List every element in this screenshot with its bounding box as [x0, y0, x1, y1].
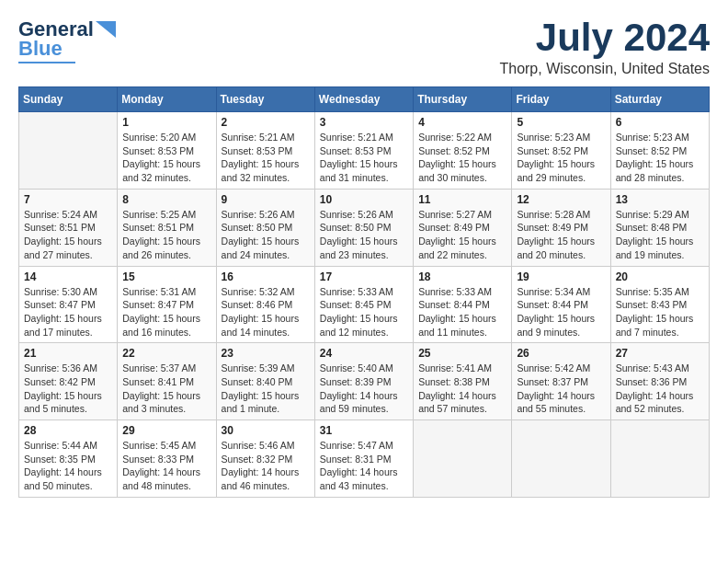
day-number: 4: [418, 116, 506, 129]
calendar-cell: 23Sunrise: 5:39 AM Sunset: 8:40 PM Dayli…: [216, 343, 314, 420]
calendar-cell: 8Sunrise: 5:25 AM Sunset: 8:51 PM Daylig…: [118, 189, 216, 266]
day-number: 18: [418, 270, 506, 283]
day-info: Sunrise: 5:26 AM Sunset: 8:50 PM Dayligh…: [222, 208, 310, 262]
day-number: 9: [222, 193, 310, 206]
day-info: Sunrise: 5:31 AM Sunset: 8:47 PM Dayligh…: [122, 285, 210, 339]
calendar-cell: 7Sunrise: 5:24 AM Sunset: 8:51 PM Daylig…: [19, 189, 118, 266]
day-number: 3: [320, 116, 408, 129]
calendar-cell: 2Sunrise: 5:21 AM Sunset: 8:53 PM Daylig…: [216, 112, 314, 190]
day-info: Sunrise: 5:21 AM Sunset: 8:53 PM Dayligh…: [222, 131, 310, 185]
calendar-week-3: 14Sunrise: 5:30 AM Sunset: 8:47 PM Dayli…: [19, 266, 710, 343]
calendar-cell: 30Sunrise: 5:46 AM Sunset: 8:32 PM Dayli…: [216, 420, 314, 498]
calendar-cell: 26Sunrise: 5:42 AM Sunset: 8:37 PM Dayli…: [512, 343, 610, 420]
page-header: General Blue July 2024 Thorp, Wisconsin,…: [18, 18, 710, 77]
calendar-cell: 9Sunrise: 5:26 AM Sunset: 8:50 PM Daylig…: [216, 189, 314, 266]
logo: General Blue: [18, 18, 116, 63]
calendar-cell: 4Sunrise: 5:22 AM Sunset: 8:52 PM Daylig…: [414, 112, 512, 190]
calendar-cell: 12Sunrise: 5:28 AM Sunset: 8:49 PM Dayli…: [512, 189, 610, 266]
calendar-header-sunday: Sunday: [19, 87, 118, 112]
calendar-cell: 6Sunrise: 5:23 AM Sunset: 8:52 PM Daylig…: [610, 112, 709, 190]
calendar-header-friday: Friday: [512, 87, 610, 112]
calendar-cell: 17Sunrise: 5:33 AM Sunset: 8:45 PM Dayli…: [314, 266, 413, 343]
day-number: 30: [222, 424, 310, 437]
day-number: 2: [222, 116, 310, 129]
day-info: Sunrise: 5:45 AM Sunset: 8:33 PM Dayligh…: [122, 439, 210, 493]
calendar-cell: 28Sunrise: 5:44 AM Sunset: 8:35 PM Dayli…: [19, 420, 118, 498]
day-info: Sunrise: 5:37 AM Sunset: 8:41 PM Dayligh…: [122, 362, 210, 416]
day-number: 22: [122, 347, 210, 360]
day-number: 16: [222, 270, 310, 283]
calendar-cell: [19, 112, 118, 190]
calendar-cell: 25Sunrise: 5:41 AM Sunset: 8:38 PM Dayli…: [414, 343, 512, 420]
day-info: Sunrise: 5:22 AM Sunset: 8:52 PM Dayligh…: [418, 131, 506, 185]
day-number: 17: [320, 270, 408, 283]
day-info: Sunrise: 5:34 AM Sunset: 8:44 PM Dayligh…: [517, 285, 605, 339]
day-info: Sunrise: 5:21 AM Sunset: 8:53 PM Dayligh…: [320, 131, 408, 185]
day-number: 14: [24, 270, 112, 283]
day-info: Sunrise: 5:23 AM Sunset: 8:52 PM Dayligh…: [517, 131, 605, 185]
calendar-week-1: 1Sunrise: 5:20 AM Sunset: 8:53 PM Daylig…: [19, 112, 710, 190]
day-number: 12: [517, 193, 605, 206]
day-info: Sunrise: 5:32 AM Sunset: 8:46 PM Dayligh…: [222, 285, 310, 339]
day-number: 5: [517, 116, 605, 129]
calendar-cell: [512, 420, 610, 498]
calendar-cell: 27Sunrise: 5:43 AM Sunset: 8:36 PM Dayli…: [610, 343, 709, 420]
day-number: 25: [418, 347, 506, 360]
calendar-table: SundayMondayTuesdayWednesdayThursdayFrid…: [18, 86, 710, 498]
day-number: 23: [222, 347, 310, 360]
day-info: Sunrise: 5:41 AM Sunset: 8:38 PM Dayligh…: [418, 362, 506, 416]
title-section: July 2024 Thorp, Wisconsin, United State…: [499, 18, 710, 77]
day-info: Sunrise: 5:46 AM Sunset: 8:32 PM Dayligh…: [222, 439, 310, 493]
calendar-cell: 10Sunrise: 5:26 AM Sunset: 8:50 PM Dayli…: [314, 189, 413, 266]
calendar-header-thursday: Thursday: [414, 87, 512, 112]
day-info: Sunrise: 5:27 AM Sunset: 8:49 PM Dayligh…: [418, 208, 506, 262]
day-info: Sunrise: 5:42 AM Sunset: 8:37 PM Dayligh…: [517, 362, 605, 416]
day-info: Sunrise: 5:24 AM Sunset: 8:51 PM Dayligh…: [24, 208, 112, 262]
day-info: Sunrise: 5:47 AM Sunset: 8:31 PM Dayligh…: [320, 439, 408, 493]
day-number: 28: [24, 424, 112, 437]
day-number: 8: [122, 193, 210, 206]
day-number: 31: [320, 424, 408, 437]
day-number: 24: [320, 347, 408, 360]
calendar-cell: [610, 420, 709, 498]
day-info: Sunrise: 5:36 AM Sunset: 8:42 PM Dayligh…: [24, 362, 112, 416]
calendar-cell: 21Sunrise: 5:36 AM Sunset: 8:42 PM Dayli…: [19, 343, 118, 420]
day-number: 7: [24, 193, 112, 206]
calendar-cell: 14Sunrise: 5:30 AM Sunset: 8:47 PM Dayli…: [19, 266, 118, 343]
day-number: 13: [616, 193, 704, 206]
day-info: Sunrise: 5:28 AM Sunset: 8:49 PM Dayligh…: [517, 208, 605, 262]
calendar-cell: 31Sunrise: 5:47 AM Sunset: 8:31 PM Dayli…: [314, 420, 413, 498]
calendar-cell: 3Sunrise: 5:21 AM Sunset: 8:53 PM Daylig…: [314, 112, 413, 190]
day-info: Sunrise: 5:26 AM Sunset: 8:50 PM Dayligh…: [320, 208, 408, 262]
day-info: Sunrise: 5:44 AM Sunset: 8:35 PM Dayligh…: [24, 439, 112, 493]
logo-arrow-icon: [96, 21, 116, 38]
day-number: 20: [616, 270, 704, 283]
day-info: Sunrise: 5:35 AM Sunset: 8:43 PM Dayligh…: [616, 285, 704, 339]
day-number: 19: [517, 270, 605, 283]
calendar-cell: [414, 420, 512, 498]
day-number: 26: [517, 347, 605, 360]
calendar-header-saturday: Saturday: [610, 87, 709, 112]
logo-underline: [18, 62, 75, 63]
svg-marker-0: [96, 21, 116, 38]
calendar-header-wednesday: Wednesday: [314, 87, 413, 112]
day-info: Sunrise: 5:33 AM Sunset: 8:44 PM Dayligh…: [418, 285, 506, 339]
day-number: 11: [418, 193, 506, 206]
day-info: Sunrise: 5:30 AM Sunset: 8:47 PM Dayligh…: [24, 285, 112, 339]
calendar-cell: 13Sunrise: 5:29 AM Sunset: 8:48 PM Dayli…: [610, 189, 709, 266]
calendar-cell: 11Sunrise: 5:27 AM Sunset: 8:49 PM Dayli…: [414, 189, 512, 266]
calendar-week-5: 28Sunrise: 5:44 AM Sunset: 8:35 PM Dayli…: [19, 420, 710, 498]
calendar-cell: 15Sunrise: 5:31 AM Sunset: 8:47 PM Dayli…: [118, 266, 216, 343]
calendar-cell: 29Sunrise: 5:45 AM Sunset: 8:33 PM Dayli…: [118, 420, 216, 498]
day-info: Sunrise: 5:43 AM Sunset: 8:36 PM Dayligh…: [616, 362, 704, 416]
calendar-week-4: 21Sunrise: 5:36 AM Sunset: 8:42 PM Dayli…: [19, 343, 710, 420]
subtitle: Thorp, Wisconsin, United States: [499, 61, 710, 77]
calendar-header-tuesday: Tuesday: [216, 87, 314, 112]
calendar-week-2: 7Sunrise: 5:24 AM Sunset: 8:51 PM Daylig…: [19, 189, 710, 266]
calendar-header-monday: Monday: [118, 87, 216, 112]
calendar-cell: 18Sunrise: 5:33 AM Sunset: 8:44 PM Dayli…: [414, 266, 512, 343]
day-number: 10: [320, 193, 408, 206]
main-title: July 2024: [499, 18, 710, 57]
calendar-cell: 1Sunrise: 5:20 AM Sunset: 8:53 PM Daylig…: [118, 112, 216, 190]
calendar-cell: 24Sunrise: 5:40 AM Sunset: 8:39 PM Dayli…: [314, 343, 413, 420]
